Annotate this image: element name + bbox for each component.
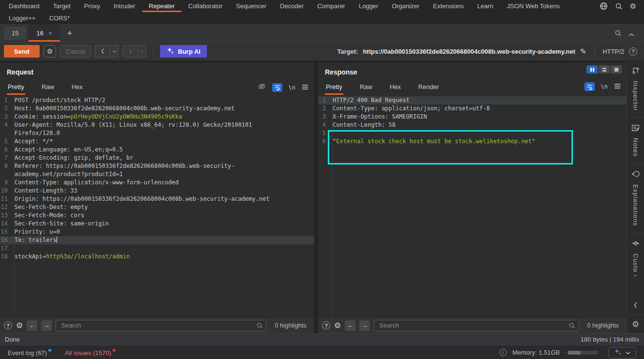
session-tab-label: 16 — [36, 30, 43, 37]
tab-response-raw[interactable]: Raw — [359, 83, 373, 93]
request-editor[interactable]: 1POST /product/stock HTTP/22Host: 0ab000… — [0, 94, 314, 317]
menu-item-dashboard[interactable]: Dashboard — [2, 0, 46, 12]
send-button[interactable]: Send — [4, 45, 40, 58]
close-tab-icon[interactable]: × — [48, 30, 52, 37]
send-settings-gear-icon[interactable]: ⚙ — [44, 45, 56, 58]
cancel-button[interactable]: Cancel — [60, 45, 91, 58]
sidebar-item-notes[interactable]: Notes — [627, 118, 644, 164]
sidebar-item-custom-actions[interactable]: Custo › — [627, 233, 644, 284]
menu-hamburger-icon[interactable] — [302, 83, 308, 92]
history-forward-dropdown[interactable] — [138, 45, 146, 58]
request-highlight-count: 0 highlights — [271, 322, 310, 329]
target-label: Target: — [337, 48, 358, 55]
code-text: HTTP/2 400 Bad Request — [329, 96, 627, 105]
sidebar-item-explanations[interactable]: Explanations — [627, 164, 644, 233]
find-next-button[interactable]: → — [359, 320, 370, 331]
menu-item-proxy[interactable]: Proxy — [77, 0, 107, 12]
menu-item-logger-[interactable]: Logger++ — [2, 12, 43, 24]
help-icon[interactable]: ? — [322, 321, 330, 329]
menu-item-decoder[interactable]: Decoder — [273, 0, 310, 12]
code-line: 8Referer: https://0ab000150336f2de826206… — [0, 162, 314, 179]
find-next-button[interactable]: → — [41, 320, 52, 331]
request-find-bar: ? ⚙ ← → 0 highlights — [0, 317, 314, 333]
search-icon[interactable] — [615, 2, 623, 10]
menubar: DashboardTargetProxyIntruderRepeaterColl… — [0, 0, 644, 25]
session-tab-15[interactable]: 15 — [4, 27, 26, 40]
line-number: 7 — [0, 154, 11, 162]
panel-splitter[interactable] — [314, 60, 318, 333]
code-line: 4User-Agent: Mozilla/5.0 (X11; Linux x86… — [0, 121, 314, 137]
chevron-up-icon[interactable] — [629, 30, 634, 39]
nonprinting-chars-icon[interactable]: \n — [601, 83, 608, 90]
code-line: 1POST /product/stock HTTP/2 — [0, 96, 314, 105]
find-previous-button[interactable]: ← — [27, 320, 37, 331]
tab-request-raw[interactable]: Raw — [41, 83, 55, 93]
history-back-button[interactable] — [95, 45, 110, 58]
code-line: 2Host: 0ab000150336f2de82620668004c008b.… — [0, 105, 314, 113]
search-settings-gear-icon[interactable]: ⚙ — [16, 321, 23, 330]
help-icon[interactable]: ? — [4, 321, 12, 329]
tab-response-pretty[interactable]: Pretty — [325, 83, 343, 93]
layout-rows-icon[interactable] — [599, 65, 610, 74]
code-text: Origin: https://0ab000150336f2de82620668… — [11, 195, 314, 203]
find-previous-button[interactable]: ← — [345, 320, 355, 331]
globe-icon[interactable] — [600, 2, 608, 10]
event-log-link[interactable]: Event log (67) — [8, 349, 51, 357]
response-editor[interactable]: 1HTTP/2 400 Bad Request2Content-Type: ap… — [318, 94, 627, 317]
nonprinting-chars-icon[interactable]: \n — [289, 84, 295, 91]
sidebar-separator — [627, 315, 644, 315]
line-number: 1 — [0, 96, 11, 105]
menu-item-repeater[interactable]: Repeater — [142, 0, 181, 12]
layout-single-icon[interactable] — [611, 65, 622, 74]
request-search-input[interactable] — [56, 320, 267, 331]
tab-request-hex[interactable]: Hex — [71, 83, 84, 93]
word-wrap-icon[interactable] — [585, 82, 595, 91]
tab-response-render[interactable]: Render — [417, 83, 440, 93]
word-wrap-icon[interactable] — [272, 83, 282, 92]
line-number: 1 — [318, 96, 329, 105]
layout-columns-icon[interactable] — [586, 65, 598, 74]
all-issues-link[interactable]: All issues (1570) — [65, 349, 116, 357]
menu-item-sequencer[interactable]: Sequencer — [229, 0, 273, 12]
burp-ai-button[interactable]: Burp AI — [160, 45, 207, 58]
tab-request-pretty[interactable]: Pretty — [7, 83, 25, 93]
menubar-row1: DashboardTargetProxyIntruderRepeaterColl… — [0, 0, 644, 12]
history-forward-button[interactable] — [122, 45, 138, 58]
code-text: Content-Length: 33 — [11, 187, 314, 195]
ai-quick-button[interactable] — [608, 347, 636, 359]
session-tab-16[interactable]: 16 × — [29, 24, 59, 42]
menu-item-target[interactable]: Target — [46, 0, 77, 12]
code-line: 5Accept: */* — [0, 137, 314, 146]
menu-item-json-web-tokens[interactable]: JSON Web Tokens — [500, 0, 566, 12]
tab-response-hex[interactable]: Hex — [389, 83, 402, 93]
menu-hamburger-icon[interactable] — [614, 82, 621, 91]
line-number: 11 — [0, 195, 11, 203]
protocol-label[interactable]: HTTP/2 — [602, 48, 624, 55]
sidebar-settings-gear-icon[interactable]: ⚙ — [632, 317, 639, 333]
info-icon[interactable]: i — [499, 349, 507, 356]
code-line: 6"External stock check host must be stoc… — [318, 137, 627, 146]
menu-item-organizer[interactable]: Organizer — [385, 0, 426, 12]
edit-target-pencil-icon[interactable]: ✎ — [580, 47, 586, 56]
menu-item-extensions[interactable]: Extensions — [426, 0, 471, 12]
add-tab-button[interactable]: + — [62, 28, 77, 42]
menu-item-intruder[interactable]: Intruder — [107, 0, 142, 12]
line-number: 13 — [0, 211, 11, 220]
code-text: Accept-Language: en-US,en;q=0.5 — [11, 146, 314, 154]
menu-item-collaborator[interactable]: Collaborator — [181, 0, 229, 12]
menu-item-logger[interactable]: Logger — [352, 0, 385, 12]
code-line: 10Content-Length: 33 — [0, 187, 314, 195]
sidebar-item-inspector[interactable]: Inspector — [627, 60, 644, 118]
help-icon[interactable]: ? — [629, 47, 637, 56]
collapse-sidebar-chevron-icon[interactable] — [633, 299, 638, 313]
menu-item-learn[interactable]: Learn — [470, 0, 500, 12]
response-search-input[interactable] — [374, 320, 579, 331]
hide-eye-off-icon[interactable] — [258, 82, 266, 92]
search-icon[interactable] — [615, 30, 622, 39]
menu-item-cors-[interactable]: CORS* — [43, 12, 77, 24]
settings-gear-icon[interactable]: ⚙ — [630, 2, 636, 11]
menu-item-comparer[interactable]: Comparer — [310, 0, 352, 12]
history-back-dropdown[interactable] — [110, 45, 118, 58]
search-settings-gear-icon[interactable]: ⚙ — [334, 321, 341, 330]
sparkle-icon — [615, 348, 621, 357]
